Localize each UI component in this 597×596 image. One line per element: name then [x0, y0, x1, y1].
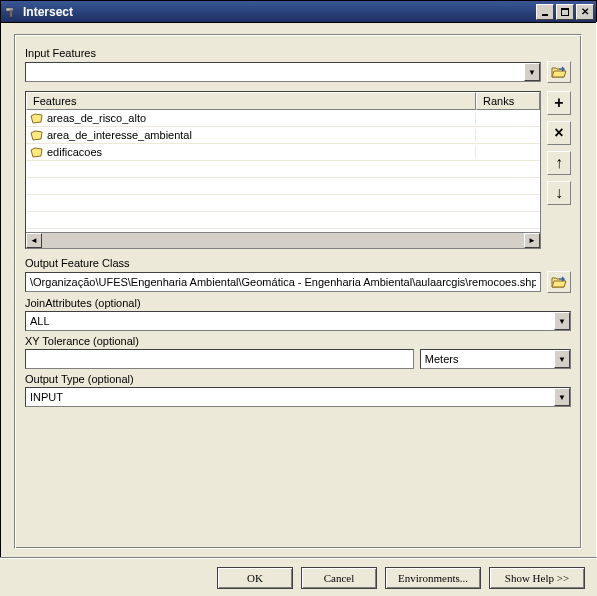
close-button[interactable]: ✕ — [576, 4, 594, 20]
xy-tol-units-select[interactable] — [420, 349, 571, 369]
minimize-button[interactable] — [536, 4, 554, 20]
polygon-icon — [30, 113, 43, 124]
xy-tol-label: XY Tolerance (optional) — [25, 335, 571, 347]
svg-rect-1 — [10, 10, 12, 17]
show-help-button[interactable]: Show Help >> — [489, 567, 585, 589]
folder-open-icon — [551, 275, 567, 289]
remove-button[interactable]: × — [547, 121, 571, 145]
environments-button[interactable]: Environments... — [385, 567, 481, 589]
table-row[interactable]: area_de_interesse_ambiental — [26, 127, 540, 144]
arrow-up-icon: ↑ — [555, 154, 563, 172]
table-row[interactable] — [26, 212, 540, 229]
browse-input-button[interactable] — [547, 61, 571, 83]
window-controls: ✕ — [536, 4, 594, 20]
table-row[interactable] — [26, 161, 540, 178]
feature-name: edificacoes — [47, 146, 102, 158]
output-type-value[interactable] — [25, 387, 571, 407]
titlebar: Intersect ✕ — [1, 1, 596, 23]
table-row[interactable] — [26, 178, 540, 195]
cancel-button[interactable]: Cancel — [301, 567, 377, 589]
move-up-button[interactable]: ↑ — [547, 151, 571, 175]
features-table[interactable]: Features Ranks areas_de_risco_altoarea_d… — [25, 91, 541, 249]
svg-rect-4 — [561, 8, 569, 10]
svg-rect-2 — [542, 14, 548, 16]
output-type-label: Output Type (optional) — [25, 373, 571, 385]
input-features-combo[interactable]: ▼ — [25, 62, 541, 82]
table-row[interactable] — [26, 195, 540, 212]
scroll-right-button[interactable]: ► — [524, 233, 540, 248]
horizontal-scrollbar[interactable]: ◄ ► — [26, 232, 540, 248]
x-icon: × — [554, 124, 563, 142]
plus-icon: + — [554, 94, 563, 112]
polygon-icon — [30, 130, 43, 141]
dialog-content: Input Features ▼ Features Ranks areas_de… — [0, 22, 597, 558]
hammer-icon — [5, 5, 19, 19]
xy-tol-input[interactable] — [25, 349, 414, 369]
dialog-footer: OK Cancel Environments... Show Help >> — [0, 558, 597, 596]
browse-output-button[interactable] — [547, 271, 571, 293]
join-attrs-value[interactable] — [25, 311, 571, 331]
output-fc-label: Output Feature Class — [25, 257, 571, 269]
table-row[interactable]: areas_de_risco_alto — [26, 110, 540, 127]
col-header-features[interactable]: Features — [26, 92, 476, 110]
col-header-ranks[interactable]: Ranks — [476, 92, 540, 110]
output-fc-input[interactable] — [25, 272, 541, 292]
window-title: Intersect — [23, 5, 536, 19]
feature-name: areas_de_risco_alto — [47, 112, 146, 124]
folder-open-icon — [551, 65, 567, 79]
ok-button[interactable]: OK — [217, 567, 293, 589]
join-attrs-select[interactable]: ▼ — [25, 311, 571, 331]
parameters-group: Input Features ▼ Features Ranks areas_de… — [14, 34, 582, 549]
move-down-button[interactable]: ↓ — [547, 181, 571, 205]
add-button[interactable]: + — [547, 91, 571, 115]
table-row[interactable]: edificacoes — [26, 144, 540, 161]
maximize-button[interactable] — [556, 4, 574, 20]
input-features-label: Input Features — [25, 47, 571, 59]
output-type-select[interactable]: ▼ — [25, 387, 571, 407]
join-attrs-label: JoinAttributes (optional) — [25, 297, 571, 309]
arrow-down-icon: ↓ — [555, 184, 563, 202]
polygon-icon — [30, 147, 43, 158]
input-features-input[interactable] — [25, 62, 541, 82]
scroll-left-button[interactable]: ◄ — [26, 233, 42, 248]
feature-name: area_de_interesse_ambiental — [47, 129, 192, 141]
